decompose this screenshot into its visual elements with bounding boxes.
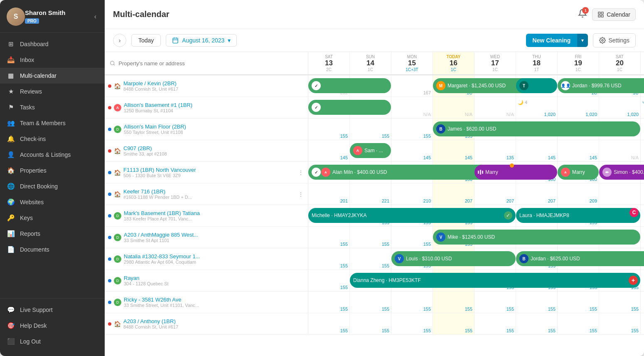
property-name[interactable]: Allison's Main Floor (2BR): [124, 124, 305, 130]
booking-bar[interactable]: Laura · HMAJEJMKP8: [516, 208, 640, 223]
booking-bar[interactable]: 👤👤 Jordan · $999.76 USD: [558, 78, 644, 93]
sidebar-item-multi-calendar[interactable]: ▦ Multi-calendar: [0, 68, 105, 84]
day-cell[interactable]: 145: [391, 140, 433, 161]
day-cell[interactable]: 135: [474, 140, 516, 161]
day-cell[interactable]: 145: [516, 140, 558, 161]
sidebar-item-keys[interactable]: 🔑 Keys: [0, 210, 105, 226]
day-cell[interactable]: 145: [433, 140, 474, 161]
day-cell[interactable]: 167: [391, 75, 433, 96]
day-cell[interactable]: [641, 183, 644, 205]
day-cell[interactable]: 145: [308, 140, 350, 161]
day-cell[interactable]: 155: [558, 313, 599, 334]
booking-bar[interactable]: T: [516, 78, 557, 93]
day-cell[interactable]: 145: [558, 140, 599, 161]
sidebar-item-properties[interactable]: 🏠 Properties: [0, 163, 105, 178]
property-name[interactable]: Allison's Basement #1 (1BR): [124, 102, 305, 108]
new-cleaning-button[interactable]: New Cleaning: [526, 34, 578, 47]
day-cell[interactable]: ✓ 202: [308, 75, 350, 96]
booking-bar[interactable]: A Marry: [558, 165, 599, 180]
day-cell[interactable]: 201: [308, 183, 350, 205]
day-cell[interactable]: A Marry 100: [558, 162, 599, 183]
day-cell[interactable]: ↺ 1,020: [641, 97, 644, 118]
day-cell[interactable]: 👤👤 Jordan · $999.76 USD 1C: [558, 75, 599, 96]
day-cell[interactable]: 155: [474, 313, 516, 334]
booking-bar[interactable]: Michelle · HMAY2JKYKA ✓: [308, 208, 516, 223]
property-name[interactable]: Keefer 716 (1BR): [123, 188, 295, 195]
day-cell[interactable]: 221: [350, 183, 391, 205]
date-dropdown-icon[interactable]: ▾: [228, 37, 231, 44]
day-cell[interactable]: 155: [350, 313, 391, 334]
property-name[interactable]: Marpole / Kevin (2BR): [123, 80, 305, 87]
day-cell[interactable]: 155: [474, 292, 516, 313]
day-cell[interactable]: N/A: [433, 97, 474, 118]
day-cell[interactable]: N/A: [474, 97, 516, 118]
booking-bar[interactable]: ✏ Simon · $400.00 USD: [599, 165, 644, 180]
day-cell[interactable]: 155: [308, 270, 350, 291]
day-cell[interactable]: A Sam · ...: [350, 140, 391, 161]
day-cell[interactable]: 155: [641, 313, 644, 334]
day-cell[interactable]: 155: [350, 248, 391, 269]
sidebar-item-tasks[interactable]: ⚑ Tasks: [0, 99, 105, 115]
day-cell[interactable]: T: [516, 75, 558, 96]
day-cell[interactable]: 145: [641, 140, 644, 161]
day-cell[interactable]: 155: [641, 119, 644, 140]
property-search-input[interactable]: [118, 60, 303, 67]
day-cell[interactable]: 155: [350, 119, 391, 140]
sidebar-collapse-button[interactable]: ‹: [93, 11, 98, 22]
booking-bar[interactable]: Marry: [474, 165, 557, 180]
new-cleaning-dropdown-button[interactable]: ▾: [577, 34, 588, 47]
property-menu-button[interactable]: ⋮: [297, 190, 305, 198]
day-cell[interactable]: 207: [474, 183, 516, 205]
day-cell[interactable]: 155: [641, 292, 644, 313]
booking-bar[interactable]: Dianna Zheng · HM3PE53KTF +: [350, 273, 640, 288]
day-cell[interactable]: 155: [433, 292, 474, 313]
sidebar-item-log-out[interactable]: ⬛ Log Out: [0, 334, 105, 349]
settings-button[interactable]: Settings: [593, 33, 636, 47]
day-cell[interactable]: 🌙 4 1,020: [516, 97, 558, 118]
property-name[interactable]: A203 / AnthMaggie 885 West...: [124, 232, 305, 238]
day-cell[interactable]: Michelle · HMAY2JKYKA ✓: [308, 205, 350, 226]
property-menu-button[interactable]: ⋮: [297, 168, 305, 177]
property-name[interactable]: Rayan: [124, 275, 305, 281]
day-cell[interactable]: [641, 205, 644, 226]
sidebar-item-inbox[interactable]: 📥 Inbox: [0, 52, 105, 68]
day-cell[interactable]: 155: [391, 119, 433, 140]
day-cell[interactable]: ✓ A Alan Miln · $400.00 USD: [308, 162, 350, 183]
booking-bar[interactable]: V Mike · $1245.00 USD: [433, 230, 640, 245]
sidebar-item-live-support[interactable]: 💬 Live Support: [0, 302, 105, 318]
day-cell[interactable]: 155: [308, 292, 350, 313]
booking-bar[interactable]: ✓: [308, 100, 391, 115]
day-cell[interactable]: ✏ Simon · $400.00 USD: [599, 162, 641, 183]
day-cell[interactable]: 210: [391, 183, 433, 205]
day-cell[interactable]: V Louis · $310.00 USD 155: [391, 248, 433, 269]
day-cell[interactable]: 155: [308, 248, 350, 269]
today-button[interactable]: Today: [131, 34, 161, 47]
booking-bar[interactable]: V Louis · $310.00 USD: [391, 251, 516, 266]
property-name[interactable]: Mark's Basement (1BR) Tatiana: [124, 210, 305, 216]
sidebar-item-accounts-listings[interactable]: 👤 Accounts & Listings: [0, 147, 105, 163]
day-cell[interactable]: V Mike · $1245.00 USD 155: [433, 227, 474, 248]
day-cell[interactable]: 155: [308, 227, 350, 248]
day-cell[interactable]: 155: [391, 292, 433, 313]
day-cell[interactable]: 155: [433, 313, 474, 334]
day-cell[interactable]: Marry: [474, 162, 516, 183]
day-cell[interactable]: 155: [516, 313, 558, 334]
booking-bar[interactable]: ✓: [308, 78, 391, 93]
day-cell[interactable]: 1,020: [599, 97, 641, 118]
day-cell[interactable]: 207: [516, 183, 558, 205]
view-toggle-button[interactable]: Calendar: [592, 8, 636, 21]
day-cell[interactable]: 155: [516, 292, 558, 313]
property-name[interactable]: Natalia #1302-833 Seymour 1...: [124, 253, 305, 260]
property-name[interactable]: F1113 (1BR) North Vancouver: [123, 167, 295, 173]
day-cell[interactable]: M Margaret · $1,245.00 USD 1C: [433, 75, 474, 96]
sidebar-item-direct-booking[interactable]: 🌐 Direct Booking: [0, 178, 105, 194]
day-cell[interactable]: 1,020: [558, 97, 599, 118]
property-name[interactable]: A203 / Anthony (1BR): [123, 318, 305, 324]
day-cell[interactable]: 207: [433, 183, 474, 205]
prev-arrow-button[interactable]: ›: [113, 34, 126, 47]
day-cell[interactable]: [641, 227, 644, 248]
day-cell[interactable]: 155: [391, 227, 433, 248]
day-cell[interactable]: [599, 183, 641, 205]
plus-button[interactable]: +: [629, 276, 638, 285]
sidebar-item-team-members[interactable]: 👥 Team & Members: [0, 115, 105, 131]
